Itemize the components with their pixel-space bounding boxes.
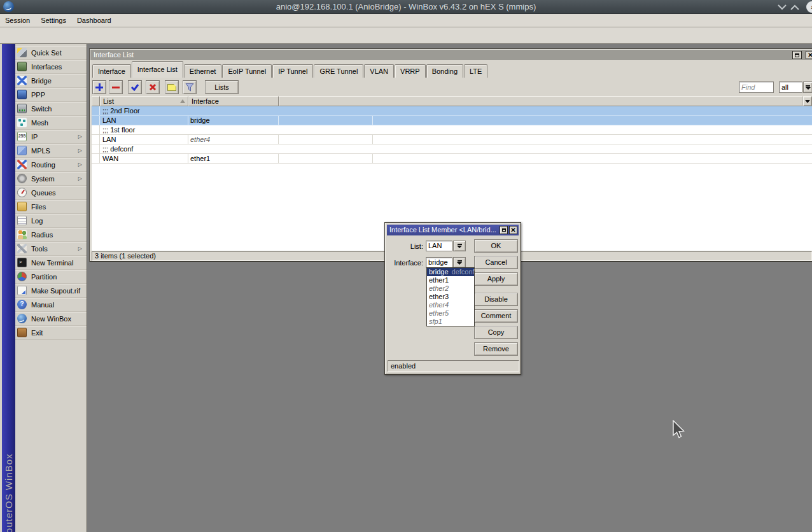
list-combo-value[interactable]: LAN — [426, 241, 452, 251]
submenu-arrow-icon: ▷ — [78, 134, 82, 139]
dropdown-option-ether3[interactable]: ether3 — [427, 293, 474, 301]
tab-vlan[interactable]: VLAN — [364, 64, 394, 78]
app-toolbar: Safe Mode Session: 192.168.100.1 — [0, 27, 812, 44]
window-close-button[interactable]: ✕ — [806, 51, 812, 59]
sidebar-item-mesh[interactable]: Mesh — [15, 116, 87, 130]
tab-ethernet[interactable]: Ethernet — [184, 64, 222, 78]
sidebar-item-files[interactable]: Files — [15, 200, 87, 214]
dialog-status-bar: enabled — [388, 360, 519, 372]
dialog-close-button[interactable]: ✕ — [509, 226, 517, 234]
sidebar-item-ppp[interactable]: PPP — [15, 88, 87, 102]
window-maximize-button[interactable] — [792, 51, 802, 59]
comment-button[interactable] — [165, 80, 179, 94]
sidebar-item-new-winbox[interactable]: New WinBox — [15, 312, 87, 326]
bridge-icon — [17, 76, 27, 85]
menu-settings[interactable]: Settings — [41, 14, 71, 27]
switch-icon — [17, 104, 27, 113]
sidebar-item-tools[interactable]: Tools▷ — [15, 242, 87, 256]
add-icon — [95, 83, 103, 91]
sidebar-item-make-supout[interactable]: Make Supout.rif — [15, 284, 87, 298]
log-icon — [17, 216, 27, 225]
tab-eoip-tunnel[interactable]: EoIP Tunnel — [222, 64, 272, 78]
tab-lte[interactable]: LTE — [464, 64, 487, 78]
dialog-maximize-button[interactable] — [500, 226, 508, 234]
tab-bonding[interactable]: Bonding — [426, 64, 463, 78]
tab-ip-tunnel[interactable]: IP Tunnel — [272, 64, 313, 78]
menu-dashboard[interactable]: Dashboard — [77, 14, 116, 27]
column-header-blank — [279, 96, 802, 106]
remove-button[interactable]: Remove — [474, 342, 518, 356]
maximize-icon[interactable] — [790, 4, 799, 10]
sidebar-item-radius[interactable]: Radius — [15, 228, 87, 242]
close-icon: ✕ — [808, 52, 812, 59]
copy-button[interactable]: Copy — [474, 326, 518, 339]
sidebar-item-system[interactable]: System▷ — [15, 172, 87, 186]
column-header-interface[interactable]: Interface — [188, 96, 279, 106]
sidebar-item-switch[interactable]: Switch — [15, 102, 87, 116]
tab-interface[interactable]: Interface — [92, 64, 131, 78]
sidebar-item-manual[interactable]: Manual — [15, 298, 87, 312]
find-input[interactable] — [739, 81, 774, 93]
table-row-comment[interactable]: ;;; defconf — [92, 144, 812, 154]
tab-vrrp[interactable]: VRRP — [395, 64, 426, 78]
sidebar-item-bridge[interactable]: Bridge — [15, 74, 87, 88]
mouse-cursor — [673, 420, 685, 439]
list-field-label: List: — [385, 242, 423, 250]
dropdown-option-ether4[interactable]: ether4 — [427, 301, 474, 309]
list-combo-dropdown-button[interactable] — [453, 241, 466, 251]
sidebar-item-mpls[interactable]: MPLS▷ — [15, 144, 87, 158]
table-row[interactable]: WANether1 — [92, 154, 812, 164]
winbox-app: anio@192.168.100.1 (AnioBridge) - WinBox… — [0, 0, 812, 532]
selector-column-header[interactable] — [92, 96, 100, 106]
remove-button[interactable] — [109, 80, 123, 94]
tab-gre-tunnel[interactable]: GRE Tunnel — [314, 64, 363, 78]
partition-pie-icon — [17, 272, 27, 281]
dropdown-option-ether5[interactable]: ether5 — [427, 309, 474, 318]
queues-gauge-icon — [17, 188, 27, 197]
menu-session[interactable]: Session — [5, 14, 35, 27]
column-chooser-button[interactable] — [802, 96, 812, 106]
enable-button[interactable] — [128, 80, 142, 94]
sidebar-item-queues[interactable]: Queues — [15, 186, 87, 200]
system-gear-icon — [17, 174, 27, 183]
column-header-list[interactable]: List — [100, 96, 188, 106]
cancel-button[interactable]: Cancel — [474, 256, 518, 269]
table-row[interactable]: LANether4 — [92, 135, 812, 144]
minimize-icon[interactable] — [778, 4, 787, 10]
routing-icon — [17, 160, 27, 169]
filter-scope-value[interactable]: all — [779, 81, 802, 93]
tab-interface-list[interactable]: Interface List — [132, 61, 183, 78]
globe-icon — [17, 314, 27, 323]
dropdown-option-ether1[interactable]: ether1 — [427, 276, 474, 284]
interface-combo-dropdown-button[interactable] — [453, 257, 466, 268]
table-header: List Interface — [92, 96, 812, 106]
dropdown-option-sfp1[interactable]: sfp1 — [427, 318, 474, 326]
ok-button[interactable]: OK — [474, 239, 518, 253]
table-row[interactable]: LANbridge — [92, 116, 812, 125]
sidebar-item-partition[interactable]: Partition — [15, 270, 87, 284]
filter-button[interactable] — [183, 80, 197, 94]
filter-scope-dropdown-button[interactable] — [803, 81, 812, 93]
sidebar-item-ip[interactable]: IP▷ — [15, 130, 87, 144]
wm-titlebar: anio@192.168.100.1 (AnioBridge) - WinBox… — [0, 0, 812, 14]
add-button[interactable] — [92, 80, 106, 94]
window-titlebar[interactable]: Interface List — [90, 50, 812, 60]
apply-button[interactable]: Apply — [474, 272, 518, 286]
sidebar-item-routing[interactable]: Routing▷ — [15, 158, 87, 172]
disable-button[interactable]: Disable — [474, 293, 518, 306]
table-row-comment[interactable]: ;;; 2nd Floor — [92, 106, 812, 116]
dialog-titlebar[interactable]: Interface List Member <LAN/brid... — [387, 225, 519, 235]
dropdown-option-bridge[interactable]: bridgedefconf — [427, 268, 474, 276]
lists-button[interactable]: Lists — [205, 80, 239, 94]
sidebar-item-exit[interactable]: Exit — [15, 326, 87, 340]
sidebar-item-quick-set[interactable]: Quick Set — [15, 46, 87, 60]
sidebar-item-interfaces[interactable]: Interfaces — [15, 60, 87, 74]
disable-button[interactable] — [146, 80, 160, 94]
interface-combo-value[interactable]: bridge — [426, 257, 452, 268]
dropdown-option-ether2[interactable]: ether2 — [427, 284, 474, 293]
table-row-comment[interactable]: ;;; 1st floor — [92, 125, 812, 135]
comment-button[interactable]: Comment — [474, 309, 518, 323]
sidebar-item-new-terminal[interactable]: New Terminal — [15, 256, 87, 270]
interface-field-label: Interface: — [385, 259, 423, 267]
sidebar-item-log[interactable]: Log — [15, 214, 87, 228]
